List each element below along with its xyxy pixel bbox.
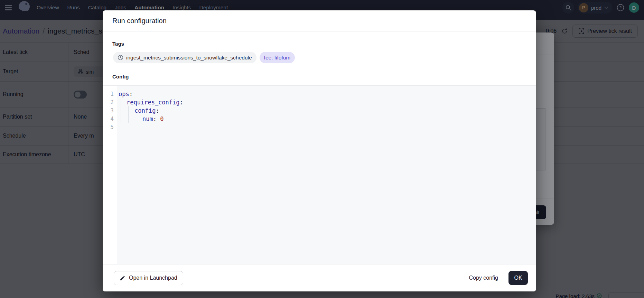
line-number: 4	[103, 115, 117, 123]
code-line: num: 0	[119, 115, 536, 123]
code-line	[119, 123, 536, 131]
pencil-icon	[120, 275, 125, 281]
open-in-launchpad-button[interactable]: Open in Launchpad	[114, 271, 183, 285]
line-number: 1	[103, 90, 117, 98]
tags-row: ingest_metrics_submissions_to_snowflake_…	[113, 52, 295, 63]
open-in-launchpad-label: Open in Launchpad	[129, 275, 177, 281]
schedule-tag-label: ingest_metrics_submissions_to_snowflake_…	[126, 55, 252, 61]
clock-icon	[118, 55, 123, 60]
dialog-title: Run configuration	[112, 10, 167, 31]
fee-fifofum-tag[interactable]: fee: fifofum	[260, 52, 295, 63]
code-line: ops:	[119, 90, 536, 98]
schedule-name-tag[interactable]: ingest_metrics_submissions_to_snowflake_…	[113, 52, 256, 63]
indent-guide	[136, 114, 136, 123]
code-line: requires_config:	[119, 98, 536, 106]
tags-section-label: Tags	[112, 41, 124, 47]
code-line: config:	[119, 106, 536, 115]
line-number: 5	[103, 123, 117, 131]
dialog-title-divider	[103, 31, 536, 31]
copy-config-button[interactable]: Copy config	[469, 275, 498, 281]
indent-guide	[121, 98, 121, 123]
app-window: Overview Runs Catalog Jobs Automation In…	[0, 0, 644, 298]
line-number: 2	[103, 98, 117, 106]
config-code-editor[interactable]: 1 2 3 4 5 ops: requires_config: config: …	[103, 85, 536, 264]
yaml-code[interactable]: ops: requires_config: config: num: 0	[117, 86, 536, 264]
run-configuration-dialog: Run configuration Tags ingest_metrics_su…	[103, 10, 536, 291]
indent-guide	[128, 106, 129, 123]
ok-button[interactable]: OK	[508, 271, 528, 285]
line-number: 3	[103, 106, 117, 115]
dialog-footer: Open in Launchpad Copy config OK	[103, 264, 536, 291]
config-section-label: Config	[112, 74, 129, 80]
line-number-gutter: 1 2 3 4 5	[103, 86, 117, 264]
